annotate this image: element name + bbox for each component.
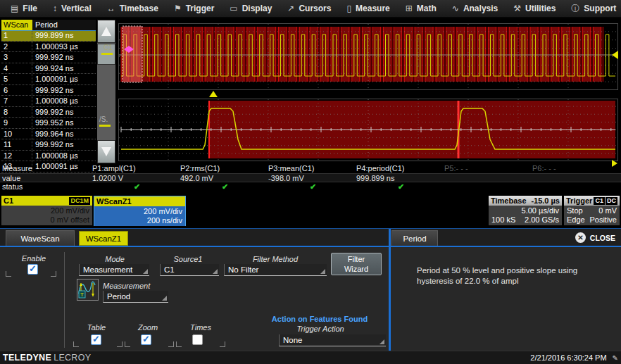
brand-logo: TELEDYNE LECROY — [3, 353, 91, 363]
menu-label-analysis: Analysis — [463, 4, 498, 13]
wavescan-results-table: WScan Period 1999.899 ns 21.000093 µs 39… — [1, 20, 96, 172]
close-label: CLOSE — [590, 234, 615, 242]
timebase-per-div: 5.00 µs/div — [491, 206, 559, 215]
row-index: 7 — [1, 96, 32, 106]
table-checkbox[interactable] — [91, 334, 101, 345]
wscanz1-time-per-div: 200 ns/div — [97, 216, 182, 225]
row-index: 5 — [1, 74, 32, 84]
table-row[interactable]: 6999.992 ns — [1, 85, 96, 96]
row-period-value: 999.992 ns — [32, 139, 96, 150]
menu-item-display[interactable]: ▭Display — [222, 0, 280, 17]
trigger-coupling-badge: DC — [606, 197, 617, 205]
display-icon: ▭ — [230, 4, 237, 13]
cursors-icon: ↗ — [287, 4, 294, 13]
timebase-samples: 100 kS — [491, 215, 515, 225]
filter-wizard-button[interactable]: Filter Wizard — [331, 253, 382, 275]
menu-item-analysis[interactable]: ∿Analysis — [444, 0, 506, 17]
row-index: 9 — [1, 118, 32, 128]
trigger-source-badge: C1 — [594, 197, 605, 205]
measurement-dropdown[interactable]: Period — [103, 291, 168, 303]
trigger-slope: Positive — [589, 215, 617, 225]
menu-item-timebase[interactable]: ↔Timebase — [99, 0, 166, 17]
row-period-value: 999.992 ns — [32, 107, 96, 118]
measure-p4-header[interactable]: P4:period(C1) — [354, 164, 442, 173]
zoom-checkbox-label: Zoom — [133, 323, 163, 332]
row-index: 12 — [1, 151, 32, 161]
table-row[interactable]: 21.000093 µs — [1, 42, 96, 53]
source1-label: Source1 — [158, 255, 218, 263]
row-period-value: 999.964 ns — [32, 129, 96, 139]
menu-label-measure: Measure — [356, 4, 390, 13]
tab-period[interactable]: Period — [391, 230, 438, 246]
measure-p5-header[interactable]: P5:- - - — [442, 164, 530, 173]
mode-label: Mode — [80, 255, 150, 263]
table-row[interactable]: 4999.924 ns — [1, 63, 96, 75]
group-bracket — [117, 341, 123, 347]
c1-trace-level-bar — [101, 53, 113, 55]
table-row[interactable]: 3999.992 ns — [1, 52, 96, 63]
wavescan-dialog: WaveScan WScanZ1 Period ✕ CLOSE Enable M… — [0, 228, 621, 351]
tab-wavescan[interactable]: WaveScan — [6, 230, 75, 246]
menu-item-utilities[interactable]: ⚒Utilities — [506, 0, 563, 17]
trigger-descriptor[interactable]: Trigger C1 DC Stop 0 mV Edge Positive — [564, 196, 620, 226]
scroll-up-button[interactable] — [97, 20, 115, 43]
waveform-display-zoom[interactable] — [118, 99, 618, 161]
menu-item-vertical[interactable]: ↕Vertical — [45, 0, 99, 17]
table-header-row: WScan Period — [1, 20, 96, 30]
measure-p3-header[interactable]: P3:mean(C1) — [266, 164, 354, 173]
menu-item-trigger[interactable]: ⚑Trigger — [166, 0, 222, 17]
menu-item-support[interactable]: ⓘSupport — [563, 0, 621, 17]
wscanz1-descriptor[interactable]: WScanZ1 200 mV/div 200 ns/div — [94, 196, 186, 226]
measurement-type-button[interactable]: T — [77, 279, 99, 301]
filter-method-dropdown[interactable]: No Filter — [224, 264, 327, 276]
times-checkbox[interactable] — [192, 334, 203, 345]
mode-dropdown[interactable]: Measurement — [79, 264, 149, 276]
analysis-icon: ∿ — [452, 4, 459, 13]
measure-icon: ▯ — [346, 4, 351, 13]
menu-item-measure[interactable]: ▯Measure — [339, 0, 397, 17]
measure-p2-header[interactable]: P2:rms(C1) — [178, 164, 266, 173]
menu-item-file[interactable]: ▤File — [3, 0, 45, 17]
table-row[interactable]: 11999.992 ns — [1, 139, 96, 151]
table-row[interactable]: 10999.964 ns — [1, 129, 96, 140]
tab-wscanz1[interactable]: WScanZ1 — [79, 231, 128, 246]
menu-item-cursors[interactable]: ↗Cursors — [280, 0, 339, 17]
zoom-checkbox[interactable] — [141, 334, 151, 345]
source1-dropdown[interactable]: C1 — [160, 264, 219, 276]
status-row-label: status — [2, 182, 90, 192]
row-period-value: 999.992 ns — [32, 85, 96, 96]
col-header-wscan[interactable]: WScan — [1, 20, 32, 30]
table-row[interactable]: 1999.899 ns — [1, 30, 96, 42]
group-bracket — [6, 271, 11, 277]
channel-c1-descriptor[interactable]: C1 DC1M 200 mV/div 0 mV offset — [1, 196, 92, 226]
trigger-action-label: Trigger Action — [275, 325, 366, 333]
trigger-level-marker[interactable] — [612, 51, 618, 59]
enable-checkbox[interactable] — [27, 264, 38, 275]
trigger-action-dropdown[interactable]: None — [279, 334, 386, 346]
menu-label-file: File — [23, 4, 37, 13]
trigger-position-marker[interactable] — [209, 91, 218, 97]
zoom-trace-label[interactable]: /S. — [99, 115, 108, 123]
menu-item-math[interactable]: ⊞Math — [398, 0, 444, 17]
table-row[interactable]: 9999.952 ns — [1, 118, 96, 129]
table-row[interactable]: 71.000008 µs — [1, 96, 96, 107]
table-row[interactable]: 51.000091 µs — [1, 74, 96, 85]
brand-lecroy: LECROY — [54, 353, 91, 363]
oscilloscope-app: ▤File ↕Vertical ↔Timebase ⚑Trigger ▭Disp… — [0, 0, 621, 364]
measure-p6-status — [530, 182, 621, 192]
table-row[interactable]: 8999.992 ns — [1, 107, 96, 118]
timebase-title: Timebase — [491, 196, 527, 206]
col-header-period[interactable]: Period — [32, 20, 96, 30]
measure-p1-header[interactable]: P1:ampl(C1) — [90, 164, 178, 173]
row-period-value: 999.952 ns — [32, 118, 96, 128]
measurement-label: Measurement — [103, 282, 166, 290]
table-row[interactable]: 121.000008 µs — [1, 151, 96, 162]
table-scrollbar[interactable] — [97, 20, 115, 163]
close-button[interactable]: ✕ CLOSE — [575, 232, 615, 243]
channel-c1-trace-label[interactable]: C1 — [104, 44, 113, 51]
utilities-icon: ⚒ — [513, 4, 521, 13]
waveform-display-main[interactable] — [118, 23, 618, 90]
scroll-down-button[interactable] — [97, 140, 115, 163]
timebase-descriptor[interactable]: Timebase -15.0 µs 5.00 µs/div 100 kS 2.0… — [489, 196, 562, 226]
measure-p6-header[interactable]: P6:- - - — [530, 164, 621, 173]
